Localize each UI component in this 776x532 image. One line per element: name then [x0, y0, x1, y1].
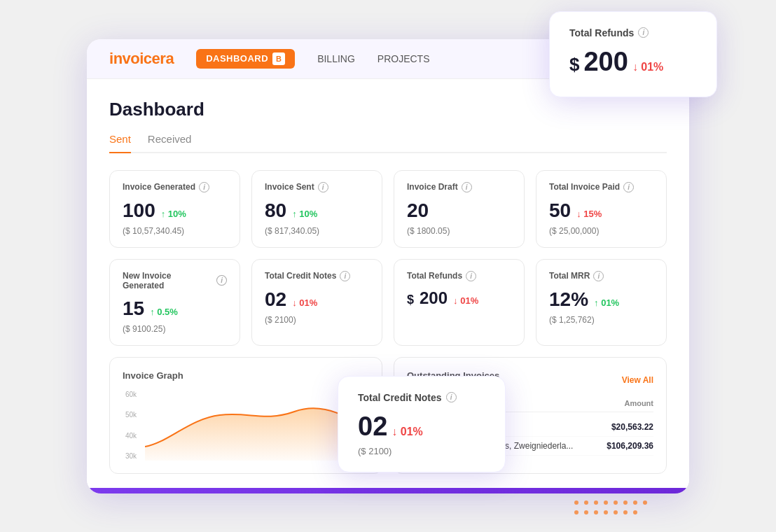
popup-refunds-value: $ 200 ↓ 01% [569, 47, 697, 77]
stat-sub-total-credit-notes: ($ 2100) [265, 315, 369, 325]
trend-invoice-sent: ↑ 10% [292, 209, 317, 219]
stat-label-total-invoice-paid: Total Invoice Paid i [549, 182, 653, 192]
stat-sub-invoice-generated: ($ 10,57,340.45) [123, 226, 227, 236]
stat-value-row-6: 02 ↓ 01% [265, 288, 369, 311]
popup-credit-notes-number: 02 [358, 412, 387, 442]
trend-total-credit-notes: ↓ 01% [292, 298, 317, 308]
stat-label-new-invoice-generated: New Invoice Generated i [123, 271, 227, 290]
outer-wrapper: invoicera DASHBOARD B BILLING PROJECTS D… [73, 18, 703, 514]
graph-y-labels: 60k 50k 40k 30k [123, 391, 139, 461]
stat-value-row-1: 100 ↑ 10% [123, 200, 227, 222]
info-icon-invoice-generated[interactable]: i [199, 182, 209, 192]
tab-received[interactable]: Received [148, 133, 192, 153]
trend-total-invoice-paid: ↓ 15% [576, 209, 602, 219]
stat-total-invoice-paid: Total Invoice Paid i 50 ↓ 15% ($ 25,00,0… [536, 170, 667, 248]
stat-value-row-8: 12% ↑ 01% [549, 288, 653, 311]
stat-total-credit-notes: Total Credit Notes i 02 ↓ 01% ($ 2100) [251, 259, 382, 346]
info-icon-total-mrr[interactable]: i [593, 271, 604, 281]
stats-row-2: New Invoice Generated i 15 ↑ 0.5% ($ 910… [109, 259, 667, 346]
stat-total-refunds: Total Refunds i $ 200 ↓ 01% [394, 259, 525, 346]
stat-new-invoice-generated: New Invoice Generated i 15 ↑ 0.5% ($ 910… [109, 259, 240, 346]
info-icon-invoice-sent[interactable]: i [318, 182, 328, 192]
stat-number-total-credit-notes: 02 [265, 288, 286, 311]
stat-label-total-refunds: Total Refunds i [407, 271, 511, 281]
invoice-amount-1: $20,563.22 [611, 422, 653, 432]
trend-total-refunds: ↓ 01% [453, 295, 478, 306]
popup-refunds-trend: ↓ 01% [632, 61, 663, 74]
stat-number-invoice-sent: 80 [265, 200, 286, 222]
trend-new-invoice-generated: ↑ 0.5% [150, 307, 178, 317]
stat-invoice-sent: Invoice Sent i 80 ↑ 10% ($ 817,340.05) [251, 170, 382, 248]
stat-number-invoice-generated: 100 [123, 200, 155, 222]
popup-credit-notes-value: 02 ↓ 01% [358, 412, 485, 442]
graph-label-60k: 60k [125, 391, 137, 398]
graph-area [145, 391, 369, 461]
view-all-link[interactable]: View All [622, 375, 653, 385]
dashboard-label: DASHBOARD [206, 53, 268, 64]
stat-value-row-7: $ 200 ↓ 01% [407, 288, 511, 308]
stat-label-total-mrr: Total MRR i [549, 271, 653, 281]
stat-total-mrr: Total MRR i 12% ↑ 01% ($ 1,25,762) [536, 259, 667, 346]
stat-invoice-draft: Invoice Draft i 20 ($ 1800.05) [394, 170, 525, 248]
graph-svg [145, 391, 369, 461]
popup-credit-notes-label: Total Credit Notes i [358, 392, 485, 403]
trend-invoice-generated: ↑ 10% [161, 209, 186, 219]
popup-total-refunds: Total Refunds i $ 200 ↓ 01% [549, 11, 717, 97]
stat-dollar-total-refunds: $ [407, 293, 414, 307]
info-icon-new-invoice-generated[interactable]: i [216, 275, 227, 286]
popup-credit-notes-trend: ↓ 01% [392, 426, 422, 438]
popup-credit-notes-sub: ($ 2100) [358, 446, 485, 456]
dots-decoration-bottom [574, 500, 647, 514]
stat-label-invoice-generated: Invoice Generated i [123, 182, 227, 192]
stat-number-new-invoice-generated: 15 [123, 298, 144, 320]
stat-label-invoice-sent: Invoice Sent i [265, 182, 369, 192]
graph-container: 60k 50k 40k 30k [123, 391, 369, 461]
dashboard-nav-badge[interactable]: DASHBOARD B [196, 49, 295, 69]
stat-sub-total-mrr: ($ 1,25,762) [549, 315, 653, 325]
dashboard-badge-b: B [272, 52, 285, 65]
popup-refunds-label: Total Refunds i [569, 27, 697, 38]
stat-number-invoice-draft: 20 [407, 200, 429, 222]
tabs-container: Sent Received [109, 133, 667, 153]
info-icon-total-invoice-paid[interactable]: i [623, 182, 634, 192]
popup-refunds-dollar: $ [569, 54, 579, 76]
stat-number-total-invoice-paid: 50 [549, 200, 571, 222]
stat-label-total-credit-notes: Total Credit Notes i [265, 271, 369, 281]
stat-value-row-3: 20 [407, 200, 511, 222]
invoice-graph-title: Invoice Graph [123, 370, 369, 381]
logo-text: nvoicera [113, 50, 174, 67]
graph-label-50k: 50k [125, 411, 137, 419]
stat-sub-new-invoice-generated: ($ 9100.25) [123, 324, 227, 334]
stat-sub-invoice-sent: ($ 817,340.05) [265, 226, 369, 236]
stat-value-row-2: 80 ↑ 10% [265, 200, 369, 222]
stat-value-row-4: 50 ↓ 15% [549, 200, 653, 222]
graph-label-30k: 30k [125, 452, 137, 460]
popup-credit-notes: Total Credit Notes i 02 ↓ 01% ($ 2100) [338, 376, 506, 472]
col-amount-label: Amount [624, 399, 653, 407]
tab-sent[interactable]: Sent [109, 133, 131, 153]
stat-number-total-mrr: 12% [549, 288, 588, 311]
stat-number-total-refunds: 200 [420, 288, 448, 308]
page-title: Dashboard [109, 99, 667, 120]
billing-nav-link[interactable]: BILLING [317, 53, 355, 64]
stat-value-row-5: 15 ↑ 0.5% [123, 298, 227, 320]
stats-row-1: Invoice Generated i 100 ↑ 10% ($ 10,57,3… [109, 170, 667, 248]
stat-label-invoice-draft: Invoice Draft i [407, 182, 511, 192]
stat-sub-total-invoice-paid: ($ 25,00,000) [549, 226, 653, 236]
purple-bar [87, 488, 689, 493]
graph-label-40k: 40k [125, 432, 137, 440]
info-icon-invoice-draft[interactable]: i [462, 182, 472, 192]
info-icon-total-refunds[interactable]: i [466, 271, 476, 281]
popup-refunds-number: 200 [583, 47, 628, 77]
logo: invoicera [109, 50, 174, 68]
stat-invoice-generated: Invoice Generated i 100 ↑ 10% ($ 10,57,3… [109, 170, 240, 248]
trend-total-mrr: ↑ 01% [594, 298, 619, 308]
popup-refunds-info-icon[interactable]: i [638, 27, 649, 38]
info-icon-total-credit-notes[interactable]: i [340, 271, 350, 281]
popup-credit-notes-info-icon[interactable]: i [446, 392, 457, 402]
stat-sub-invoice-draft: ($ 1800.05) [407, 226, 511, 236]
projects-nav-link[interactable]: PROJECTS [377, 53, 430, 64]
invoice-amount-2: $106,209.36 [607, 441, 653, 451]
